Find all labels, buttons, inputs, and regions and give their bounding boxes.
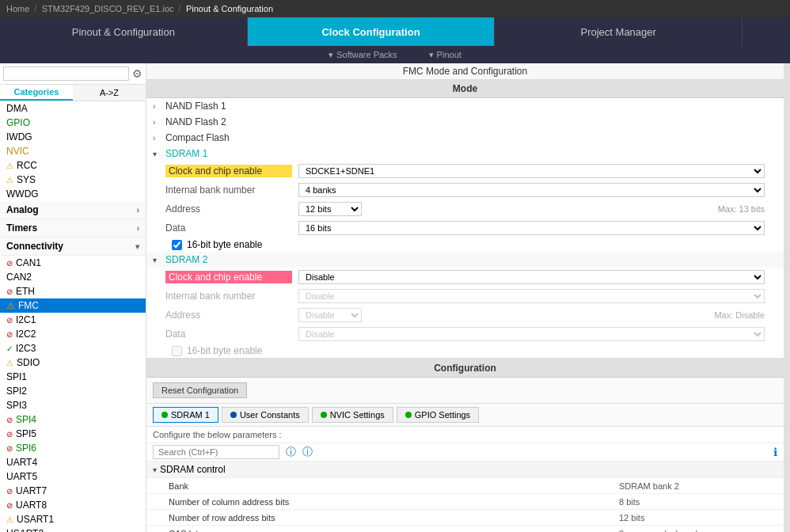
- sidebar-item-spi6[interactable]: ⊘ SPI6: [0, 441, 146, 455]
- config-tab-nvic[interactable]: NVIC Settings: [312, 407, 393, 423]
- tab-project[interactable]: Project Manager: [495, 17, 743, 46]
- warning-icon-fmc: ⚠: [6, 300, 15, 311]
- sidebar-item-spi4[interactable]: ⊘ SPI4: [0, 412, 146, 427]
- tree-item-nand1[interactable]: › NAND Flash 1: [146, 98, 784, 114]
- no-icon: ⊘: [6, 501, 13, 510]
- config-tab-user-constants[interactable]: User Constants: [222, 407, 309, 423]
- dot-icon: [405, 412, 412, 418]
- config-row-value-bank: SDRAM bank 2: [619, 481, 777, 491]
- sidebar-item-spi2[interactable]: SPI2: [0, 384, 146, 398]
- tab-clock[interactable]: Clock Configuration: [248, 17, 496, 46]
- sidebar-item-gpio[interactable]: GPIO: [0, 116, 146, 130]
- sidebar-category-connectivity[interactable]: Connectivity ▾: [0, 238, 146, 256]
- sidebar-category-analog[interactable]: Analog ›: [0, 201, 146, 219]
- chevron-right-icon: ›: [153, 102, 162, 111]
- sdram2-data-select[interactable]: Disable: [298, 327, 765, 341]
- dot-icon: [230, 412, 237, 418]
- sidebar-item-wwdg[interactable]: WWDG: [0, 187, 146, 201]
- sidebar-item-can1[interactable]: ⊘ CAN1: [0, 256, 146, 270]
- sidebar-item-spi1[interactable]: SPI1: [0, 370, 146, 384]
- mode-section: Mode › NAND Flash 1 › NAND Flash 2 › Com…: [146, 80, 784, 358]
- scrollbar-right[interactable]: [784, 63, 790, 532]
- config-toolbar: Reset Configuration: [146, 378, 784, 404]
- tree-item-compact-flash[interactable]: › Compact Flash: [146, 130, 784, 146]
- sdram1-bank-select[interactable]: 4 banks: [298, 183, 765, 197]
- sidebar-item-dma[interactable]: DMA: [0, 101, 146, 116]
- config-row-label-col-bits: Number of column address bits: [169, 497, 619, 507]
- breadcrumb-file[interactable]: STM32F429_DISCO_REV_E1.ioc: [42, 4, 174, 13]
- sidebar-item-uart8[interactable]: ⊘ UART8: [0, 498, 146, 512]
- sdram2-bank-select-wrap: Disable: [298, 289, 765, 303]
- sidebar-item-uart7[interactable]: ⊘ UART7: [0, 484, 146, 498]
- config-tab-sdram1[interactable]: SDRAM 1: [153, 407, 218, 423]
- sidebar-item-can2[interactable]: CAN2: [0, 270, 146, 284]
- sidebar-item-sys[interactable]: ⚠SYS: [0, 173, 146, 187]
- tree-item-sdram2[interactable]: ▾ SDRAM 2: [146, 252, 784, 268]
- config-search-bar: ⓘ ⓘ ℹ: [146, 443, 784, 462]
- sdram1-clock-select[interactable]: SDCKE1+SDNE1: [298, 164, 765, 178]
- sidebar-item-sdio[interactable]: ⚠ SDIO: [0, 355, 146, 370]
- sdram1-address-select[interactable]: 12 bits: [298, 202, 362, 216]
- sub-tab-software-packs[interactable]: ▾ Software Packs: [329, 50, 397, 60]
- no-icon: ⊘: [6, 287, 13, 296]
- config-row-value-row-bits: 12 bits: [619, 513, 777, 522]
- config-group-sdram-control[interactable]: ▾ SDRAM control: [146, 462, 784, 478]
- info-icon[interactable]: ⓘ: [286, 445, 296, 459]
- sdram2-address-select[interactable]: Disable: [298, 308, 362, 322]
- sdram1-bank-row: Internal bank number 4 banks: [146, 180, 784, 200]
- sdram2-byte-enable-checkbox[interactable]: [172, 346, 182, 356]
- tree-label-nand2: NAND Flash 2: [165, 116, 226, 127]
- sidebar-item-iwdg[interactable]: IWDG: [0, 130, 146, 144]
- sidebar-item-i2c1[interactable]: ⊘ I2C1: [0, 313, 146, 327]
- config-row-col-bits: Number of column address bits 8 bits: [146, 494, 784, 510]
- main-tabs: Pinout & Configuration Clock Configurati…: [0, 17, 790, 46]
- sidebar-item-fmc[interactable]: ⚠ FMC: [0, 298, 146, 313]
- sub-tab-pinout[interactable]: ▾ Pinout: [429, 50, 461, 60]
- config-row-value-col-bits: 8 bits: [619, 497, 777, 507]
- sidebar-item-usart1[interactable]: ⚠ USART1: [0, 512, 146, 526]
- sidebar-item-usart2[interactable]: USART2: [0, 526, 146, 532]
- breadcrumb-home[interactable]: Home: [6, 4, 29, 13]
- info-icon-2[interactable]: ⓘ: [302, 445, 313, 459]
- sidebar-item-rcc[interactable]: ⚠RCC: [0, 158, 146, 173]
- sdram2-clock-select[interactable]: Disable: [298, 270, 765, 284]
- sdram1-data-select[interactable]: 16 bits: [298, 221, 765, 235]
- sidebar-tab-categories[interactable]: Categories: [0, 85, 73, 101]
- info-icon-right[interactable]: ℹ: [773, 446, 777, 458]
- tab-tools[interactable]: [743, 17, 790, 46]
- config-header: Configuration: [146, 359, 784, 378]
- sidebar-content: DMA GPIO IWDG NVIC ⚠RCC ⚠SYS WWDG Analog…: [0, 101, 146, 532]
- sidebar-item-uart4[interactable]: UART4: [0, 455, 146, 469]
- sidebar-tab-az[interactable]: A->Z: [73, 85, 146, 101]
- sidebar-item-nvic[interactable]: NVIC: [0, 144, 146, 158]
- tab-pinout[interactable]: Pinout & Configuration: [0, 17, 248, 46]
- tree-label-compact-flash: Compact Flash: [165, 132, 230, 143]
- sdram1-address-label: Address: [165, 203, 292, 215]
- sdram1-byte-enable-checkbox[interactable]: [172, 240, 182, 250]
- sdram2-byte-enable-row: 16-bit byte enable: [146, 344, 784, 358]
- sidebar-item-uart5[interactable]: UART5: [0, 469, 146, 484]
- search-input[interactable]: [3, 66, 129, 81]
- sidebar-category-timers[interactable]: Timers ›: [0, 219, 146, 238]
- fmc-title: FMC Mode and Configuration: [146, 63, 784, 80]
- chevron-right-icon: ›: [153, 134, 162, 142]
- sidebar-item-spi3[interactable]: SPI3: [0, 398, 146, 412]
- config-tab-gpio[interactable]: GPIO Settings: [397, 407, 479, 423]
- sdram1-clock-row: Clock and chip enable SDCKE1+SDNE1: [146, 162, 784, 180]
- tree-item-nand2[interactable]: › NAND Flash 2: [146, 114, 784, 130]
- sidebar-item-i2c3[interactable]: ✓ I2C3: [0, 341, 146, 355]
- sidebar: ⚙ Categories A->Z DMA GPIO IWDG NVIC ⚠RC…: [0, 63, 146, 532]
- sdram2-bank-select[interactable]: Disable: [298, 289, 765, 303]
- config-search-input[interactable]: [153, 445, 279, 459]
- chevron-right-icon: ›: [137, 206, 139, 215]
- sidebar-item-spi5[interactable]: ⊘ SPI5: [0, 427, 146, 441]
- sdram2-byte-enable-label: 16-bit byte enable: [187, 345, 262, 356]
- gear-icon[interactable]: ⚙: [132, 67, 142, 80]
- reset-config-button[interactable]: Reset Configuration: [153, 382, 247, 398]
- chevron-down-icon: ▾: [153, 256, 162, 264]
- sidebar-item-eth[interactable]: ⊘ ETH: [0, 284, 146, 298]
- tree-item-sdram1[interactable]: ▾ SDRAM 1: [146, 146, 784, 162]
- warning-icon: ⚠: [6, 515, 13, 524]
- sidebar-item-i2c2[interactable]: ⊘ I2C2: [0, 327, 146, 341]
- sdram2-bank-label: Internal bank number: [165, 291, 292, 302]
